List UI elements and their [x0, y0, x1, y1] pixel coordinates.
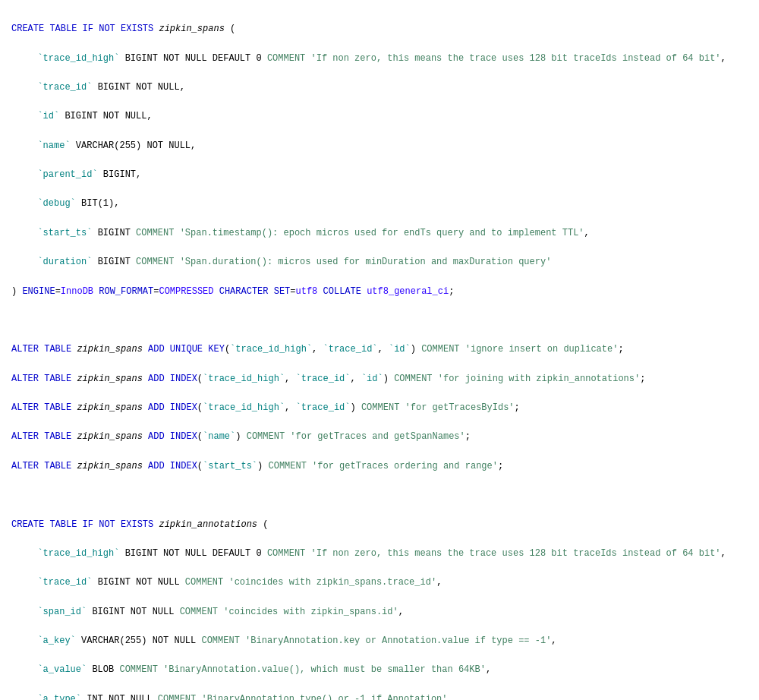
line-3: `trace_id` BIGINT NOT NULL, [11, 80, 748, 95]
line-14: ALTER TABLE zipkin_spans ADD INDEX(`name… [11, 430, 748, 444]
line-5: `name` VARCHAR(255) NOT NULL, [11, 139, 748, 153]
line-20: `a_key` VARCHAR(255) NOT NULL COMMENT 'B… [11, 634, 748, 648]
line-19: `span_id` BIGINT NOT NULL COMMENT 'coinc… [11, 605, 748, 620]
line-10: ) ENGINE=InnoDB ROW_FORMAT=COMPRESSED CH… [11, 285, 748, 299]
line-22: `a_type` INT NOT NULL COMMENT 'BinaryAnn… [11, 692, 748, 700]
line-4: `id` BIGINT NOT NULL, [11, 109, 748, 124]
line-blank-2 [11, 488, 748, 503]
line-1: CREATE TABLE IF NOT EXISTS zipkin_spans … [11, 22, 748, 36]
line-6: `parent_id` BIGINT, [11, 168, 748, 182]
line-16: CREATE TABLE IF NOT EXISTS zipkin_annota… [11, 518, 748, 532]
line-7: `debug` BIT(1), [11, 197, 748, 211]
line-8: `start_ts` BIGINT COMMENT 'Span.timestam… [11, 226, 748, 241]
line-17: `trace_id_high` BIGINT NOT NULL DEFAULT … [11, 547, 748, 561]
line-9: `duration` BIGINT COMMENT 'Span.duration… [11, 255, 748, 270]
line-12: ALTER TABLE zipkin_spans ADD INDEX(`trac… [11, 372, 748, 386]
code-container: CREATE TABLE IF NOT EXISTS zipkin_spans … [11, 8, 748, 700]
line-15: ALTER TABLE zipkin_spans ADD INDEX(`star… [11, 459, 748, 474]
line-11: ALTER TABLE zipkin_spans ADD UNIQUE KEY(… [11, 342, 748, 357]
line-21: `a_value` BLOB COMMENT 'BinaryAnnotation… [11, 663, 748, 677]
line-2: `trace_id_high` BIGINT NOT NULL DEFAULT … [11, 52, 748, 66]
line-13: ALTER TABLE zipkin_spans ADD INDEX(`trac… [11, 401, 748, 415]
line-18: `trace_id` BIGINT NOT NULL COMMENT 'coin… [11, 575, 748, 590]
line-blank-1 [11, 314, 748, 328]
